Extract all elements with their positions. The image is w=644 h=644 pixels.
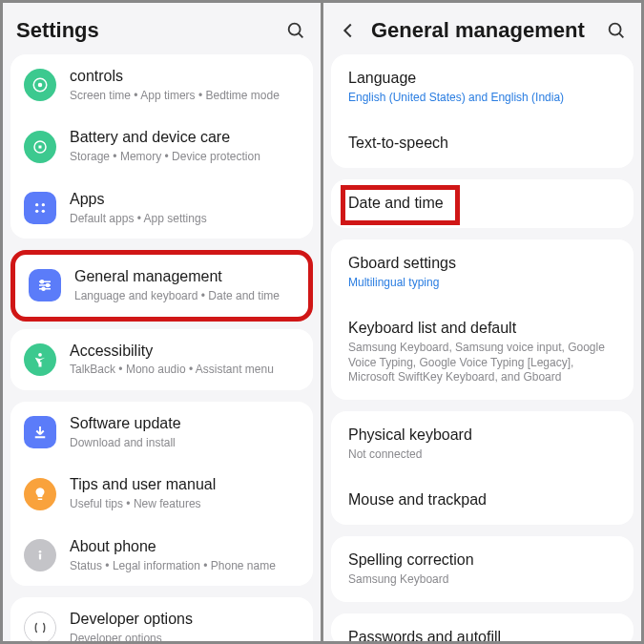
digital-wellbeing-icon — [24, 69, 56, 101]
search-icon — [606, 20, 627, 41]
item-title: Language — [348, 69, 616, 89]
gm-item-passwords-autofill[interactable]: Passwords and autofill — [331, 613, 634, 641]
item-subtitle: Screen time • App timers • Bedtime mode — [70, 89, 300, 104]
settings-item-software-update[interactable]: Software update Download and install — [10, 402, 313, 463]
general-management-icon — [29, 269, 61, 301]
back-button[interactable] — [337, 19, 360, 42]
card: Physical keyboard Not connected Mouse an… — [331, 411, 634, 525]
search-button[interactable] — [605, 19, 628, 42]
apps-icon — [24, 192, 56, 224]
svg-point-16 — [38, 353, 42, 357]
battery-icon — [24, 131, 56, 163]
card: Gboard settings Multilingual typing Keyb… — [331, 239, 634, 400]
svg-rect-18 — [39, 553, 41, 559]
svg-point-17 — [39, 551, 42, 553]
card: Date and time — [331, 179, 634, 228]
item-title: Developer options — [70, 610, 300, 630]
svg-point-19 — [610, 24, 621, 35]
settings-item-general-management[interactable]: General management Language and keyboard… — [15, 255, 308, 316]
about-phone-icon — [24, 539, 56, 571]
card: Language English (United States) and Eng… — [331, 54, 634, 168]
settings-item-tips[interactable]: Tips and user manual Useful tips • New f… — [10, 463, 313, 524]
settings-item-digital-wellbeing[interactable]: controls Screen time • App timers • Bedt… — [10, 54, 313, 115]
gm-item-physical-keyboard[interactable]: Physical keyboard Not connected — [331, 411, 634, 476]
item-title: Spelling correction — [348, 551, 616, 571]
card: Passwords and autofill — [331, 613, 634, 641]
item-title: Accessibility — [70, 342, 300, 362]
item-subtitle: Status • Legal information • Phone name — [70, 559, 300, 574]
accessibility-icon — [24, 343, 56, 376]
item-title: controls — [70, 67, 300, 87]
svg-point-6 — [35, 203, 38, 206]
item-title: Physical keyboard — [348, 426, 616, 446]
svg-line-1 — [299, 33, 302, 37]
svg-point-9 — [42, 210, 45, 213]
svg-point-3 — [38, 83, 43, 88]
item-title: Tips and user manual — [70, 475, 300, 495]
item-subtitle: English (United States) and English (Ind… — [348, 91, 616, 106]
card: Software update Download and install Tip… — [10, 402, 313, 586]
card: Spelling correction Samsung Keyboard — [331, 536, 634, 601]
general-management-list: Language English (United States) and Eng… — [323, 54, 641, 641]
item-title: Keyboard list and default — [348, 319, 616, 339]
item-subtitle: Useful tips • New features — [70, 497, 300, 512]
svg-point-0 — [289, 24, 301, 35]
svg-rect-5 — [39, 145, 42, 148]
item-title: Date and time — [348, 194, 616, 214]
card: Accessibility TalkBack • Mono audio • As… — [10, 329, 313, 390]
item-subtitle: Default apps • App settings — [70, 212, 300, 227]
item-subtitle: Storage • Memory • Device protection — [70, 150, 300, 165]
item-title: Passwords and autofill — [348, 628, 616, 641]
item-subtitle: Samsung Keyboard, Samsung voice input, G… — [348, 341, 616, 385]
settings-list: controls Screen time • App timers • Bedt… — [3, 54, 321, 641]
item-title: Gboard settings — [348, 254, 616, 274]
item-title: About phone — [70, 537, 300, 557]
svg-point-13 — [41, 280, 44, 283]
gm-item-spelling-correction[interactable]: Spelling correction Samsung Keyboard — [331, 536, 634, 601]
item-subtitle: Samsung Keyboard — [348, 572, 616, 588]
gm-item-text-to-speech[interactable]: Text-to-speech — [331, 119, 634, 168]
software-update-icon — [24, 416, 56, 448]
gm-item-mouse-trackpad[interactable]: Mouse and trackpad — [331, 476, 634, 525]
item-subtitle: Download and install — [70, 436, 300, 451]
settings-item-about-phone[interactable]: About phone Status • Legal information •… — [10, 525, 313, 586]
svg-point-15 — [42, 288, 45, 291]
gm-item-date-and-time[interactable]: Date and time — [331, 179, 634, 228]
header: Settings — [3, 3, 321, 54]
general-management-screen: General management Language English (Uni… — [323, 3, 641, 641]
settings-screen: Settings controls Screen time • App time… — [3, 3, 321, 641]
tips-icon — [24, 478, 56, 510]
item-title: Apps — [70, 190, 300, 210]
search-button[interactable] — [284, 19, 307, 42]
card: controls Screen time • App timers • Bedt… — [10, 54, 313, 239]
item-title: Battery and device care — [70, 128, 300, 148]
item-title: Text-to-speech — [348, 134, 616, 154]
settings-item-developer-options[interactable]: Developer options Developer options — [10, 597, 313, 641]
chevron-left-icon — [338, 20, 359, 41]
settings-item-battery[interactable]: Battery and device care Storage • Memory… — [10, 115, 313, 177]
search-icon — [285, 20, 306, 41]
gm-item-gboard-settings[interactable]: Gboard settings Multilingual typing — [331, 239, 634, 304]
svg-line-20 — [619, 33, 623, 37]
header: General management — [323, 3, 641, 54]
item-subtitle: Developer options — [70, 632, 300, 641]
gm-item-keyboard-list[interactable]: Keyboard list and default Samsung Keyboa… — [331, 304, 634, 400]
svg-point-8 — [35, 210, 38, 213]
svg-point-7 — [42, 203, 45, 206]
item-title: Software update — [70, 414, 300, 434]
gm-item-language[interactable]: Language English (United States) and Eng… — [331, 54, 634, 119]
settings-item-apps[interactable]: Apps Default apps • App settings — [10, 177, 313, 239]
settings-item-accessibility[interactable]: Accessibility TalkBack • Mono audio • As… — [10, 329, 313, 390]
item-subtitle: TalkBack • Mono audio • Assistant menu — [70, 363, 300, 378]
item-subtitle: Language and keyboard • Date and time — [74, 289, 295, 304]
item-subtitle: Multilingual typing — [348, 276, 616, 291]
item-title: General management — [74, 267, 295, 287]
item-subtitle: Not connected — [348, 447, 616, 463]
developer-options-icon — [24, 612, 56, 641]
page-title: General management — [371, 18, 605, 43]
page-title: Settings — [16, 18, 284, 43]
item-title: Mouse and trackpad — [348, 490, 616, 510]
card-highlighted: General management Language and keyboard… — [10, 250, 313, 321]
svg-point-14 — [47, 284, 50, 287]
card: Developer options Developer options — [10, 597, 313, 641]
